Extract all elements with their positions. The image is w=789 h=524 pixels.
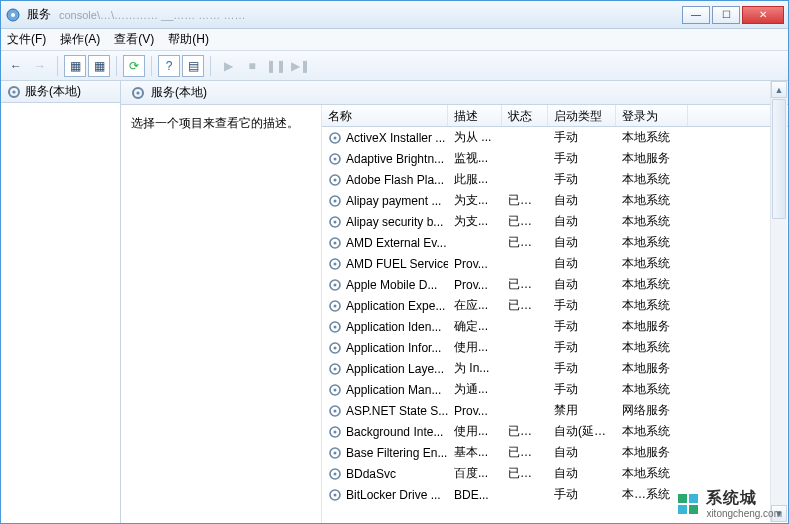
window-buttons: — ☐ ✕ — [680, 6, 784, 24]
service-name: Adaptive Brightn... — [346, 152, 444, 166]
menu-view[interactable]: 查看(V) — [114, 31, 154, 48]
service-name: Adobe Flash Pla... — [346, 173, 444, 187]
help-button[interactable]: ? — [158, 55, 180, 77]
column-header-status[interactable]: 状态 — [502, 105, 548, 126]
menu-help[interactable]: 帮助(H) — [168, 31, 209, 48]
service-desc: Prov... — [448, 278, 502, 292]
app-icon — [5, 7, 21, 23]
service-row[interactable]: Application Iden...确定...手动本地服务 — [322, 316, 788, 337]
service-name: Application Iden... — [346, 320, 441, 334]
service-row[interactable]: AMD External Ev...已启动自动本地系统 — [322, 232, 788, 253]
service-row[interactable]: ActiveX Installer ...为从 ...手动本地系统 — [322, 127, 788, 148]
svg-point-35 — [334, 430, 337, 433]
restart-service-button[interactable]: ▶❚ — [289, 55, 311, 77]
details-body: 选择一个项目来查看它的描述。 名称 描述 状态 启动类型 登录为 ActiveX… — [121, 105, 788, 523]
scroll-thumb[interactable] — [772, 99, 786, 219]
service-logon: 本地系统 — [616, 192, 688, 209]
titlebar[interactable]: 服务 console\…\………… __…… …… …… — ☐ ✕ — [1, 1, 788, 29]
service-startup: 自动 — [548, 213, 616, 230]
svg-point-37 — [334, 451, 337, 454]
service-name: AMD External Ev... — [346, 236, 446, 250]
service-logon: 本地服务 — [616, 444, 688, 461]
service-row[interactable]: Application Man...为通...手动本地系统 — [322, 379, 788, 400]
service-name: ASP.NET State S... — [346, 404, 448, 418]
pause-service-button[interactable]: ❚❚ — [265, 55, 287, 77]
menu-action[interactable]: 操作(A) — [60, 31, 100, 48]
service-logon: 本地系统 — [616, 465, 688, 482]
scroll-up-button[interactable]: ▲ — [771, 81, 787, 98]
show-hide-tree-button[interactable]: ▦ — [64, 55, 86, 77]
properties-button[interactable]: ▤ — [182, 55, 204, 77]
svg-point-15 — [334, 220, 337, 223]
service-row[interactable]: Application Infor...使用...手动本地系统 — [322, 337, 788, 358]
forward-button[interactable]: → — [29, 55, 51, 77]
service-row[interactable]: Application Laye...为 In...手动本地服务 — [322, 358, 788, 379]
service-name: Application Infor... — [346, 341, 441, 355]
column-header-logon[interactable]: 登录为 — [616, 105, 688, 126]
service-name: BitLocker Drive ... — [346, 488, 441, 502]
service-startup: 自动 — [548, 234, 616, 251]
service-row[interactable]: Alipay security b...为支...已启动自动本地系统 — [322, 211, 788, 232]
details-header-label: 服务(本地) — [151, 84, 207, 101]
service-logon: 本地系统 — [616, 276, 688, 293]
service-name: BDdaSvc — [346, 467, 396, 481]
watermark-text: 系统城 xitongcheng.com — [706, 488, 782, 519]
service-status: 已启动 — [502, 465, 548, 482]
refresh-button[interactable]: ⟳ — [123, 55, 145, 77]
toolbar: ← → ▦ ▦ ⟳ ? ▤ ▶ ■ ❚❚ ▶❚ — [1, 51, 788, 81]
start-service-button[interactable]: ▶ — [217, 55, 239, 77]
service-logon: 本地系统 — [616, 213, 688, 230]
service-row[interactable]: Adobe Flash Pla...此服...手动本地系统 — [322, 169, 788, 190]
service-row[interactable]: BDdaSvc百度...已启动自动本地系统 — [322, 463, 788, 484]
svg-point-7 — [334, 136, 337, 139]
service-name: Application Laye... — [346, 362, 444, 376]
service-status: 已启动 — [502, 276, 548, 293]
service-row[interactable]: Alipay payment ...为支...已启动自动本地系统 — [322, 190, 788, 211]
service-row[interactable]: AMD FUEL ServiceProv...自动本地系统 — [322, 253, 788, 274]
service-icon — [328, 488, 342, 502]
minimize-button[interactable]: — — [682, 6, 710, 24]
service-row[interactable]: Application Expe...在应...已启动手动本地系统 — [322, 295, 788, 316]
services-mmc-window: 服务 console\…\………… __…… …… …… — ☐ ✕ 文件(F)… — [0, 0, 789, 524]
service-row[interactable]: Adaptive Brightn...监视...手动本地服务 — [322, 148, 788, 169]
stop-service-button[interactable]: ■ — [241, 55, 263, 77]
column-header-desc[interactable]: 描述 — [448, 105, 502, 126]
service-name: Background Inte... — [346, 425, 443, 439]
close-button[interactable]: ✕ — [742, 6, 784, 24]
service-logon: 本地系统 — [616, 234, 688, 251]
service-status: 已启动 — [502, 423, 548, 440]
service-row[interactable]: Base Filtering En...基本...已启动自动本地服务 — [322, 442, 788, 463]
column-header-startup[interactable]: 启动类型 — [548, 105, 616, 126]
service-row[interactable]: Background Inte...使用...已启动自动(延迟...本地系统 — [322, 421, 788, 442]
service-logon: 本地系统 — [616, 423, 688, 440]
column-header-name[interactable]: 名称 — [322, 105, 448, 126]
svg-point-39 — [334, 472, 337, 475]
gear-icon — [7, 85, 21, 99]
service-startup: 手动 — [548, 297, 616, 314]
back-button[interactable]: ← — [5, 55, 27, 77]
service-desc: 基本... — [448, 444, 502, 461]
watermark: 系统城 xitongcheng.com — [676, 488, 782, 519]
service-name: Alipay security b... — [346, 215, 443, 229]
service-desc: 使用... — [448, 423, 502, 440]
service-icon — [328, 362, 342, 376]
service-desc: 为 In... — [448, 360, 502, 377]
service-icon — [328, 173, 342, 187]
service-startup: 手动 — [548, 150, 616, 167]
export-list-button[interactable]: ▦ — [88, 55, 110, 77]
vertical-scrollbar[interactable]: ▲ ▼ — [770, 81, 787, 522]
service-startup: 自动 — [548, 465, 616, 482]
service-row[interactable]: ASP.NET State S...Prov...禁用网络服务 — [322, 400, 788, 421]
menu-file[interactable]: 文件(F) — [7, 31, 46, 48]
service-icon — [328, 341, 342, 355]
service-desc: 在应... — [448, 297, 502, 314]
service-row[interactable]: Apple Mobile D...Prov...已启动自动本地系统 — [322, 274, 788, 295]
tree-root-item[interactable]: 服务(本地) — [1, 81, 120, 103]
service-logon: 本地系统 — [616, 297, 688, 314]
service-icon — [328, 425, 342, 439]
tree-root-label: 服务(本地) — [25, 83, 81, 100]
svg-rect-45 — [689, 505, 698, 514]
svg-point-1 — [11, 13, 15, 17]
service-startup: 手动 — [548, 381, 616, 398]
maximize-button[interactable]: ☐ — [712, 6, 740, 24]
